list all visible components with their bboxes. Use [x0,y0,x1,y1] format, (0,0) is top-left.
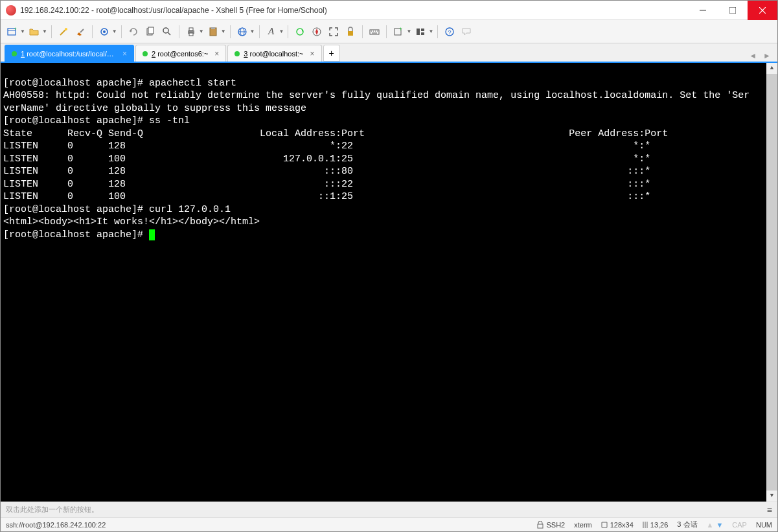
keyboard-button[interactable] [367,24,382,40]
fullscreen-button[interactable] [326,24,341,40]
separator [437,25,438,38]
svg-text:?: ? [448,29,452,36]
dropdown-icon[interactable]: ▼ [20,29,25,34]
lock-button[interactable] [343,24,358,40]
terminal-area[interactable]: [root@localhost apache]# apachectl start… [1,63,777,502]
pane-layout-button[interactable] [413,24,428,40]
session-tab-1[interactable]: 1 root@localhost:/usr/local/a... × [5,45,134,62]
clipboard-icon [208,27,218,37]
status-dot-icon [143,51,148,56]
svg-rect-36 [421,29,424,31]
dropdown-icon[interactable]: ▼ [112,29,117,34]
session-tab-3[interactable]: 3 root@localhost:~ × [227,45,321,62]
svg-point-14 [163,28,168,33]
open-button[interactable] [27,24,42,40]
svg-rect-35 [417,29,420,35]
printer-icon [186,27,196,37]
tab-navigation: ◄ ► [746,50,773,62]
session-tab-2[interactable]: 2 root@centos6:~ × [135,45,226,62]
terminal-line: <html><body><h1>It works!</h1></body></h… [3,216,260,227]
tab-scroll-left[interactable]: ◄ [746,50,759,62]
svg-text:+: + [399,27,402,32]
separator [362,25,363,38]
brush-icon [75,27,86,37]
lock-icon [345,27,356,37]
encoding-button[interactable] [235,24,250,40]
folder-icon [29,27,40,37]
scroll-down-button[interactable]: ▼ [766,491,777,502]
tab-close-button[interactable]: × [310,49,315,58]
fullscreen-icon [328,27,339,37]
help-icon: ? [444,27,455,37]
minimize-button[interactable] [688,1,718,20]
tab-label: 3 root@localhost:~ [244,50,303,58]
svg-rect-18 [189,33,193,36]
chat-button[interactable] [459,24,474,40]
terminal-line: verName' directive globally to suppress … [3,103,306,114]
dropdown-icon[interactable]: ▼ [221,29,226,34]
highlight-button[interactable] [73,24,88,40]
tab-close-button[interactable]: × [122,49,127,58]
download-icon: ▼ [716,521,723,529]
copy-button[interactable] [143,24,158,40]
terminal-size: 128x34 [601,521,634,529]
dropdown-icon[interactable]: ▼ [250,29,255,34]
separator [179,25,179,38]
scroll-track[interactable] [766,74,777,491]
status-dot-icon [12,51,17,56]
custom-bar-hint: 双击此处添加一个新的按钮。 [6,505,98,515]
maximize-button[interactable] [718,1,748,20]
pane-add-button[interactable]: + [391,24,406,40]
font-button[interactable]: A [264,24,279,40]
separator [121,25,122,38]
wand-button[interactable] [56,24,71,40]
refresh-button[interactable] [292,24,308,40]
dropdown-icon[interactable]: ▼ [199,29,204,34]
maximize-icon [729,7,736,14]
terminal-scrollbar[interactable]: ▲ ▼ [766,63,777,502]
caps-lock-indicator: CAP [732,521,747,529]
terminal-line: [root@localhost apache]# curl 127.0.0.1 [3,204,231,215]
find-button[interactable] [159,24,175,40]
upload-icon: ▲ [707,521,714,529]
svg-text:+: + [14,27,17,32]
properties-button[interactable] [97,24,112,40]
resize-icon [601,522,608,528]
tab-close-button[interactable]: × [214,49,219,58]
compass-icon [312,27,322,37]
dropdown-icon[interactable]: ▼ [406,29,411,34]
svg-rect-37 [421,32,424,35]
dropdown-icon[interactable]: ▼ [279,29,284,34]
close-icon [759,7,766,14]
scroll-up-button[interactable]: ▲ [766,63,777,74]
separator [386,25,387,38]
custom-button-bar[interactable]: 双击此处添加一个新的按钮。 ≡ [1,502,777,517]
custom-bar-menu-button[interactable]: ≡ [767,505,772,515]
svg-rect-26 [348,31,353,36]
dropdown-icon[interactable]: ▼ [42,29,47,34]
compass-button[interactable] [309,24,325,40]
paste-button[interactable] [205,24,221,40]
scroll-thumb[interactable] [766,74,777,491]
add-tab-button[interactable]: + [323,45,340,62]
tab-label: 2 root@centos6:~ [152,50,208,58]
pane-layout-icon [415,27,426,37]
print-button[interactable] [183,24,199,40]
terminal-line: LISTEN 0 128 :::22 :::* [3,179,650,190]
window-controls [688,1,777,20]
new-window-icon: + [7,27,17,37]
ssh-status: SSH2 [537,521,565,529]
tab-scroll-right[interactable]: ► [761,50,773,62]
dropdown-icon[interactable]: ▼ [428,29,433,34]
separator [288,25,288,38]
status-dot-icon [235,51,240,56]
minimize-icon [700,7,706,14]
reconnect-button[interactable] [126,24,141,40]
close-button[interactable] [748,1,777,20]
reconnect-icon [128,27,139,37]
session-count: 3 会话 [677,520,697,529]
new-session-button[interactable]: + [5,24,20,40]
separator [230,25,231,38]
terminal-line: LISTEN 0 100 ::1:25 :::* [3,191,650,202]
help-button[interactable]: ? [442,24,457,40]
